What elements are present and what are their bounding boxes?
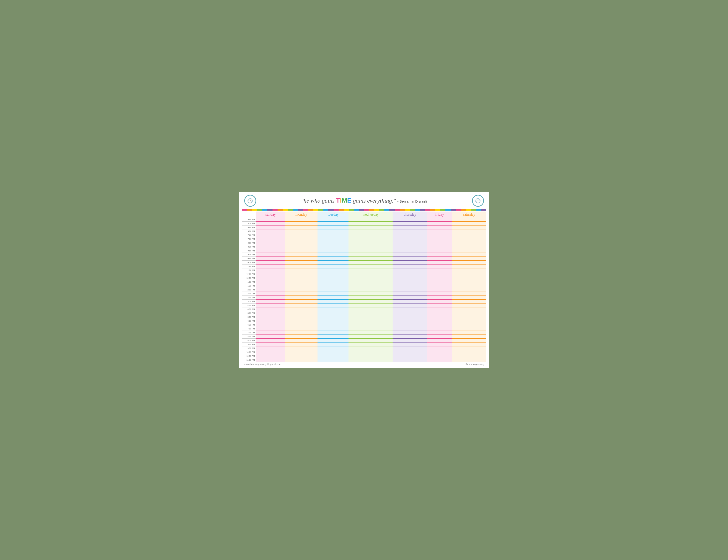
schedule-cell[interactable] (427, 342, 452, 346)
schedule-cell[interactable] (393, 299, 427, 303)
schedule-cell[interactable] (427, 276, 452, 280)
schedule-cell[interactable] (318, 288, 349, 291)
schedule-cell[interactable] (318, 257, 349, 261)
schedule-cell[interactable] (427, 225, 452, 229)
schedule-cell[interactable] (285, 218, 318, 222)
schedule-cell[interactable] (256, 261, 285, 264)
schedule-cell[interactable] (318, 350, 349, 354)
schedule-cell[interactable] (318, 264, 349, 268)
schedule-cell[interactable] (256, 323, 285, 327)
schedule-cell[interactable] (256, 284, 285, 288)
schedule-cell[interactable] (349, 323, 393, 327)
schedule-cell[interactable] (427, 319, 452, 323)
schedule-cell[interactable] (452, 295, 486, 299)
schedule-cell[interactable] (318, 319, 349, 323)
schedule-cell[interactable] (285, 284, 318, 288)
schedule-cell[interactable] (349, 303, 393, 307)
schedule-cell[interactable] (349, 276, 393, 280)
schedule-cell[interactable] (318, 237, 349, 241)
schedule-cell[interactable] (256, 354, 285, 358)
schedule-cell[interactable] (452, 323, 486, 327)
schedule-cell[interactable] (318, 268, 349, 272)
schedule-cell[interactable] (452, 330, 486, 334)
schedule-cell[interactable] (427, 299, 452, 303)
schedule-cell[interactable] (393, 295, 427, 299)
schedule-cell[interactable] (349, 319, 393, 323)
schedule-cell[interactable] (427, 229, 452, 233)
schedule-cell[interactable] (285, 268, 318, 272)
schedule-cell[interactable] (393, 342, 427, 346)
schedule-cell[interactable] (427, 245, 452, 249)
schedule-cell[interactable] (256, 241, 285, 245)
schedule-cell[interactable] (285, 327, 318, 330)
schedule-cell[interactable] (452, 241, 486, 245)
schedule-cell[interactable] (427, 330, 452, 334)
schedule-cell[interactable] (285, 295, 318, 299)
schedule-cell[interactable] (427, 233, 452, 237)
schedule-cell[interactable] (393, 237, 427, 241)
schedule-cell[interactable] (393, 327, 427, 330)
schedule-cell[interactable] (285, 350, 318, 354)
schedule-cell[interactable] (452, 288, 486, 291)
schedule-cell[interactable] (318, 323, 349, 327)
schedule-cell[interactable] (285, 358, 318, 362)
schedule-cell[interactable] (256, 253, 285, 257)
schedule-cell[interactable] (393, 222, 427, 225)
schedule-cell[interactable] (318, 303, 349, 307)
schedule-cell[interactable] (256, 311, 285, 315)
schedule-cell[interactable] (318, 218, 349, 222)
schedule-cell[interactable] (393, 257, 427, 261)
schedule-cell[interactable] (452, 237, 486, 241)
schedule-cell[interactable] (256, 295, 285, 299)
schedule-cell[interactable] (427, 358, 452, 362)
schedule-cell[interactable] (349, 253, 393, 257)
schedule-cell[interactable] (452, 229, 486, 233)
schedule-cell[interactable] (285, 253, 318, 257)
schedule-cell[interactable] (452, 350, 486, 354)
schedule-cell[interactable] (285, 222, 318, 225)
schedule-cell[interactable] (393, 303, 427, 307)
schedule-cell[interactable] (452, 253, 486, 257)
schedule-cell[interactable] (349, 268, 393, 272)
schedule-cell[interactable] (285, 299, 318, 303)
schedule-cell[interactable] (256, 218, 285, 222)
schedule-cell[interactable] (256, 288, 285, 291)
schedule-cell[interactable] (349, 284, 393, 288)
schedule-cell[interactable] (393, 280, 427, 284)
schedule-cell[interactable] (452, 276, 486, 280)
schedule-cell[interactable] (318, 222, 349, 225)
schedule-cell[interactable] (452, 257, 486, 261)
schedule-cell[interactable] (318, 272, 349, 276)
schedule-cell[interactable] (285, 354, 318, 358)
schedule-cell[interactable] (318, 253, 349, 257)
schedule-cell[interactable] (452, 272, 486, 276)
schedule-cell[interactable] (452, 268, 486, 272)
schedule-cell[interactable] (452, 319, 486, 323)
schedule-cell[interactable] (393, 291, 427, 295)
schedule-cell[interactable] (452, 233, 486, 237)
schedule-cell[interactable] (285, 280, 318, 284)
schedule-cell[interactable] (256, 327, 285, 330)
schedule-cell[interactable] (256, 307, 285, 311)
schedule-cell[interactable] (393, 307, 427, 311)
schedule-cell[interactable] (349, 327, 393, 330)
schedule-cell[interactable] (452, 291, 486, 295)
schedule-cell[interactable] (318, 299, 349, 303)
schedule-cell[interactable] (318, 327, 349, 330)
schedule-cell[interactable] (427, 218, 452, 222)
schedule-cell[interactable] (256, 233, 285, 237)
schedule-cell[interactable] (393, 311, 427, 315)
schedule-cell[interactable] (285, 291, 318, 295)
schedule-cell[interactable] (393, 358, 427, 362)
schedule-cell[interactable] (349, 342, 393, 346)
schedule-cell[interactable] (427, 338, 452, 342)
schedule-cell[interactable] (256, 272, 285, 276)
schedule-cell[interactable] (349, 280, 393, 284)
schedule-cell[interactable] (349, 358, 393, 362)
schedule-cell[interactable] (452, 218, 486, 222)
schedule-cell[interactable] (427, 307, 452, 311)
schedule-cell[interactable] (256, 303, 285, 307)
schedule-cell[interactable] (285, 315, 318, 319)
schedule-cell[interactable] (285, 276, 318, 280)
schedule-cell[interactable] (349, 346, 393, 350)
